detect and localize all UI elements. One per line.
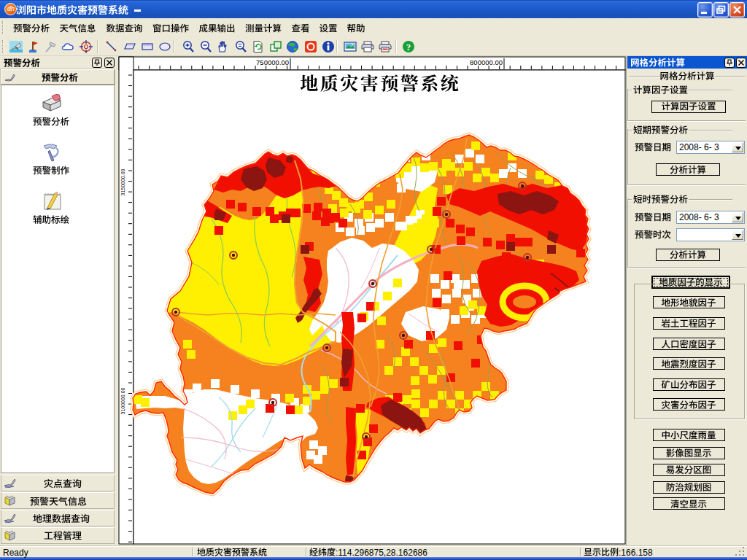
svg-text:?: ? <box>406 42 411 52</box>
svg-text:3100000.00: 3100000.00 <box>120 387 125 414</box>
svg-text:800000.00: 800000.00 <box>470 58 503 66</box>
svg-text:3150000.00: 3150000.00 <box>120 168 125 195</box>
svg-text:750000.00: 750000.00 <box>256 58 289 66</box>
